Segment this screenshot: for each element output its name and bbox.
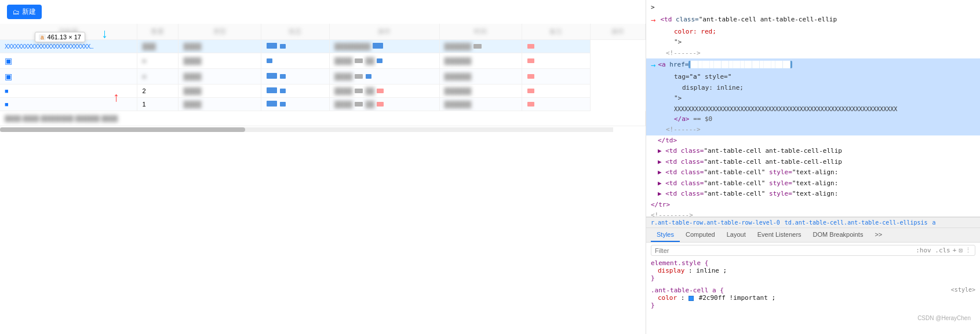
line-content-color: color: red; xyxy=(674,28,716,35)
prop-colon: : xyxy=(688,267,696,274)
line-comment3: <!--------> xyxy=(651,211,693,217)
html-line-td5[interactable]: ▶ <td class="ant-table-cell" style="text… xyxy=(646,178,980,189)
cell-type5: ████ xyxy=(178,98,261,111)
prop-semi: ; xyxy=(723,267,727,274)
html-line-quot[interactable]: "> xyxy=(646,93,980,104)
html-line-comment3[interactable]: <!--------> xyxy=(646,210,980,217)
devtools-panel: > → <td class="ant-table-cell ant-table-… xyxy=(646,0,980,334)
rule-close-element: } xyxy=(651,274,975,282)
breadcrumb-item-tr[interactable]: r.ant-table-row.ant-table-row-level-0 xyxy=(651,219,780,226)
pink-indicator xyxy=(527,44,534,49)
cell-n3 xyxy=(522,69,590,85)
dimension-tooltip: a 461.13 × 17 xyxy=(35,32,85,42)
tab-computed[interactable]: Computed xyxy=(680,228,721,242)
csdn-watermark: CSDN @HerayChen xyxy=(651,314,975,322)
html-line-td4[interactable]: ▶ <td class="ant-table-cell" style="text… xyxy=(646,167,980,178)
html-line-close-td[interactable]: </td> xyxy=(646,135,980,146)
cell-status3 xyxy=(261,69,329,85)
cell-blurred: ███ xyxy=(142,43,155,50)
line-td6: ▶ <td class="ant-table-cell" style="text… xyxy=(658,190,838,197)
cell-n4 xyxy=(522,85,590,98)
data-table: 列标题 数量 类型 状态 操作 时间 备注 操作 XXXXXXXXXXXXX xyxy=(0,24,646,126)
cell-n2 xyxy=(522,53,590,69)
blue-ind4 xyxy=(267,87,277,93)
csdn-text: CSDN @HerayChen xyxy=(917,315,971,321)
row-icon3: ■ xyxy=(5,87,9,94)
filter-input[interactable] xyxy=(655,247,912,254)
prop-colon2: : xyxy=(681,294,688,302)
tab-more[interactable]: >> xyxy=(869,228,888,242)
col-header-8: 操作 xyxy=(591,24,646,40)
table-row: ▣ ■ ████ ████ ██ ██████ xyxy=(0,53,646,69)
tab-event-listeners[interactable]: Event Listeners xyxy=(752,228,807,242)
col-header-4: 状态 xyxy=(261,24,329,40)
html-line-comment2[interactable]: <!------> xyxy=(646,124,980,135)
table-row: ████ ████ ████████ ██████ ████ xyxy=(0,111,646,126)
html-line-td2[interactable]: ▶ <td class="ant-table-cell ant-table-ce… xyxy=(646,146,980,157)
html-line-color[interactable]: color: red; xyxy=(646,27,980,38)
cell-count: ███ xyxy=(137,40,178,53)
devtools-html-tree: > → <td class="ant-table-cell ant-table-… xyxy=(646,0,980,217)
rule-body-element: display : inline ; xyxy=(651,267,975,274)
blue-ind5 xyxy=(280,89,286,93)
scrollbar-thumb xyxy=(0,127,245,132)
html-line-comment1[interactable]: <!------> xyxy=(646,48,980,59)
line-text-content: XXXXXXXXXXXXXXXXXXXXXXXXXXXXXXXXXXXXXXXX… xyxy=(674,106,897,112)
table-row: ▣ ■ ████ ████ ██████ xyxy=(0,69,646,85)
breadcrumb-item-a[interactable]: a xyxy=(932,219,936,226)
line-display: display: inline; xyxy=(682,84,744,91)
html-line-tr-close[interactable]: </tr> xyxy=(646,200,980,211)
cell-num3: 2 xyxy=(137,85,178,98)
footer-text: ████ ████ ████████ ██████ ████ xyxy=(5,115,118,122)
new-button-label: 新建 xyxy=(22,7,36,17)
prop-display-val: inline xyxy=(696,267,719,274)
tab-dom-breakpoints[interactable]: DOM Breakpoints xyxy=(807,228,869,242)
scrollbar-horizontal[interactable] xyxy=(0,127,613,132)
tab-styles[interactable]: Styles xyxy=(651,228,680,242)
hov-cls-label: :hov .cls xyxy=(916,247,950,254)
cell-type: ████ xyxy=(178,40,261,53)
line-tag-attr: tag="a" style=" xyxy=(674,73,731,80)
row-icon: ▣ xyxy=(5,56,12,65)
html-line-td6[interactable]: ▶ <td class="ant-table-cell" style="text… xyxy=(646,189,980,200)
line-td3: ▶ <td class="ant-table-cell ant-table-ce… xyxy=(658,158,842,166)
cell-type4: ████ xyxy=(178,85,261,98)
cell-num4: 1 xyxy=(137,98,178,111)
filter-bar: :hov .cls + ⊡ ⋮ xyxy=(651,245,975,256)
blue-ind7 xyxy=(280,102,286,107)
html-line-close1[interactable]: "> xyxy=(646,37,980,48)
line-content: > xyxy=(651,3,655,11)
html-line-close-a[interactable]: </a> == $0 xyxy=(646,114,980,125)
cell-action2: ████ ██ xyxy=(330,53,440,69)
html-line-display[interactable]: display: inline; xyxy=(646,83,980,94)
prop-display: display xyxy=(658,267,684,274)
tab-layout[interactable]: Layout xyxy=(721,228,752,242)
col-header-5: 操作 xyxy=(330,24,440,40)
red-arrow-right: → xyxy=(651,14,655,26)
inspect-icon[interactable]: ⊡ xyxy=(959,247,963,254)
table-row: ■ 1 ████ ████ ██ xyxy=(0,98,646,111)
html-line-td3[interactable]: ▶ <td class="ant-table-cell ant-table-ce… xyxy=(646,157,980,168)
html-line-text[interactable]: XXXXXXXXXXXXXXXXXXXXXXXXXXXXXXXXXXXXXXXX… xyxy=(646,104,980,114)
line-close-td: </td> xyxy=(658,137,677,144)
new-button[interactable]: 🗂 新建 xyxy=(7,5,42,19)
line-comment2: <!------> xyxy=(666,126,701,133)
breadcrumb-item-td[interactable]: td.ant-table-cell.ant-table-cell-ellipsi… xyxy=(785,219,928,226)
html-line-a[interactable]: → <a href=██████████████████████████ xyxy=(646,58,980,72)
rule-close-ant: } xyxy=(651,302,975,309)
blue-arrow-down: ↓ xyxy=(101,26,108,41)
more-icon[interactable]: ⋮ xyxy=(965,247,971,254)
cell-time: ██████ xyxy=(439,40,522,53)
line-content-td: <td class="ant-table-cell ant-table-cell… xyxy=(658,15,837,25)
plus-icon[interactable]: + xyxy=(953,247,957,254)
html-line-tag[interactable]: tag="a" style=" xyxy=(646,72,980,83)
cell-t5: ██████ xyxy=(439,98,522,111)
html-line-td[interactable]: → <td class="ant-table-cell ant-table-ce… xyxy=(646,13,980,27)
html-line[interactable]: > xyxy=(646,2,980,13)
href-value: ██████████████████████████ xyxy=(688,61,792,68)
red-arrow-up: ↑ xyxy=(113,90,119,105)
cell-status5 xyxy=(261,98,329,111)
cell-action4: ████ ██ xyxy=(330,85,440,98)
rule-selector-ant: .ant-table-cell a { <style> xyxy=(651,287,975,294)
cell-type2: ████ xyxy=(178,53,261,69)
